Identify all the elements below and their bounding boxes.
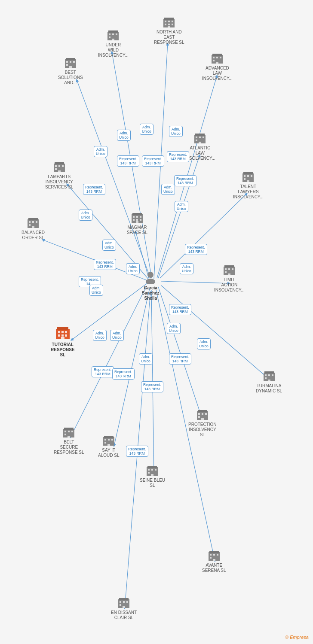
limit-node: LIMITACTIONINSOLVENCY... [214,264,245,293]
watermark: © Empresa [285,635,309,640]
lamparts-label: LAMPARTSINSOLVENCYSERVICES SL [45,174,73,190]
svg-rect-100 [228,268,230,270]
svg-rect-81 [244,178,245,180]
svg-rect-114 [268,374,270,376]
svg-rect-41 [165,21,166,22]
svg-rect-57 [66,61,68,63]
center-label: GarciaSanchezSheila [142,286,160,301]
avante-node: AVANTESERENA SL [202,550,226,573]
endissant-building-icon [118,597,130,609]
svg-rect-78 [244,175,245,177]
protection-building-icon [196,409,209,421]
best-label: BESTSOLUTIONSAND... [58,70,83,85]
svg-rect-140 [209,551,219,553]
belt-building-icon [63,426,75,438]
svg-rect-147 [119,598,129,600]
atlantic-node: ATLANTICLAWINSOLVENCY... [185,132,215,161]
svg-rect-117 [268,380,270,381]
relation-r4: Represent.143 RRM [117,155,139,167]
svg-rect-85 [55,165,57,167]
svg-rect-43 [172,21,173,22]
svg-rect-113 [265,374,267,376]
relation-r24: Adm.Unico [197,338,211,349]
svg-rect-28 [65,334,67,337]
svg-rect-88 [55,168,57,170]
under-building-icon [107,29,119,41]
relation-r26: Represent.143 RRM [169,353,191,365]
svg-rect-106 [198,413,200,415]
relation-r9: Represent.143 RRM [174,175,196,186]
svg-rect-150 [126,601,128,603]
relation-r3: Adm.Unico [140,124,153,135]
svg-rect-143 [217,554,218,556]
svg-rect-99 [225,268,227,270]
belt-node: BELTSECURERESPONSE SL [54,426,84,455]
svg-rect-24 [61,331,64,333]
svg-rect-63 [212,54,222,56]
best-node: BESTSOLUTIONSAND... [58,57,83,85]
svg-rect-73 [203,137,204,138]
svg-rect-68 [216,62,218,64]
sayit-node: SAY ITALOUD SL [98,434,119,458]
svg-rect-129 [111,439,113,440]
relation-r1: Adm.Unico [94,146,107,157]
relation-r2: Adm.Unico [117,130,131,141]
belt-label: BELTSECURERESPONSE SL [54,440,84,455]
svg-rect-123 [64,434,66,435]
relation-r11: Represent.143 RRM [83,184,105,195]
svg-rect-142 [213,554,215,556]
svg-rect-128 [108,439,110,440]
svg-line-5 [158,155,200,278]
svg-rect-60 [66,64,68,66]
north-label: NORTH ANDEASTRESPONSE SL [154,30,184,45]
svg-rect-121 [68,431,70,432]
svg-rect-126 [104,436,114,438]
relation-r13: Adm.Unico [102,240,116,251]
turmalina-node: TURMALINADYNAMIC SL [256,370,282,394]
svg-rect-130 [104,442,106,444]
svg-line-10 [71,283,147,340]
svg-point-19 [147,272,153,278]
relation-r21: Adm.Unico [167,323,181,334]
svg-rect-149 [123,601,125,603]
sayit-building-icon [103,434,115,447]
svg-rect-51 [112,33,114,35]
svg-rect-35 [133,219,135,221]
svg-rect-44 [165,24,166,25]
atlantic-building-icon [194,132,206,144]
svg-rect-124 [68,436,70,437]
endissant-node: EN DISSANTCLAIR SL [111,597,137,620]
svg-rect-133 [147,466,157,468]
svg-rect-112 [264,371,274,374]
svg-rect-79 [247,175,249,177]
advanced-node: ADVANCEDLAWINSOLVENCY... [202,52,233,81]
lamparts-building-icon [53,161,65,173]
svg-rect-71 [196,137,197,138]
svg-rect-59 [73,61,75,63]
relation-r8: Represent.143 RRM [167,151,189,162]
svg-rect-89 [58,170,61,172]
svg-rect-50 [109,33,110,35]
relation-r28: Represent.143 RRM [112,368,135,380]
protection-node: PROTECTIONINSOLVENCYSL [188,409,217,437]
svg-rect-105 [198,410,207,412]
svg-rect-25 [65,331,67,333]
under-label: UNDERWILDINSOLVENCY... [98,43,129,58]
svg-rect-31 [132,213,142,215]
svg-rect-98 [224,265,234,267]
svg-rect-131 [107,444,110,446]
svg-rect-56 [66,58,75,60]
svg-rect-49 [108,30,118,33]
svg-rect-110 [201,418,204,420]
turmalina-label: TURMALINADYNAMIC SL [256,383,282,394]
advanced-label: ADVANCEDLAWINSOLVENCY... [202,66,233,81]
best-building-icon [64,57,77,69]
seine-node: SEINE BLEUSL [140,465,165,488]
talent-node: TALENTLAWYERSINSOLVENCY... [233,171,264,200]
svg-rect-58 [70,61,71,63]
north-node: NORTH ANDEASTRESPONSE SL [154,16,184,45]
svg-rect-95 [29,224,31,226]
svg-rect-103 [228,273,230,275]
seine-label: SEINE BLEUSL [140,478,165,488]
svg-rect-137 [148,472,150,474]
